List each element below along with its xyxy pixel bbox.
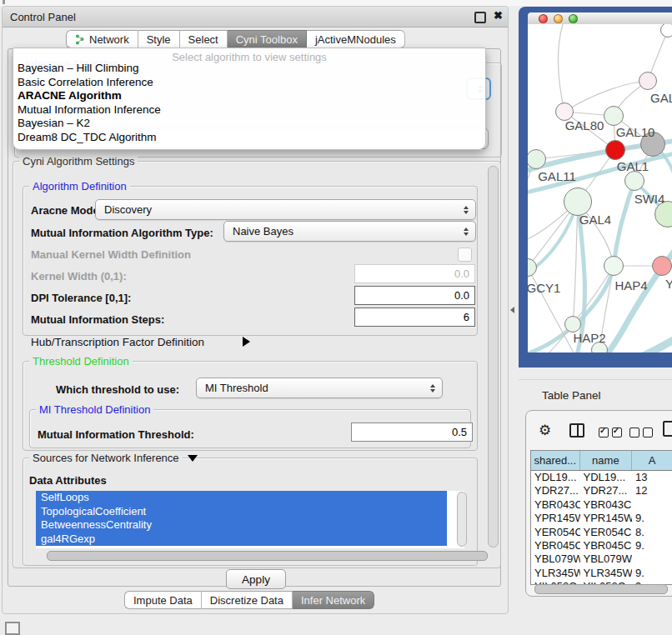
bottom-tab-label: Discretize Data (210, 594, 283, 607)
table-cell: YPR145W (531, 512, 580, 525)
zoom-traffic-light-icon[interactable] (569, 14, 578, 23)
mi-algorithm-type-combo[interactable]: Naive Bayes (223, 221, 476, 242)
tab-jactivemnodules[interactable]: jActiveMNodules (307, 30, 405, 48)
node-label-swi4: SWI4 (634, 192, 665, 206)
network-node-hap2[interactable] (564, 316, 581, 332)
network-node-gal10[interactable] (604, 106, 624, 126)
column-header-shared[interactable]: shared... (531, 451, 580, 470)
node-label-gcy1: GCY1 (528, 281, 560, 295)
table-row[interactable]: YDL19...YDL19...13 (531, 471, 672, 484)
settings-gear-icon[interactable]: ⚙ (539, 422, 551, 438)
attribute-item-selfloops[interactable]: SelfLoops (36, 491, 447, 505)
node-label-hap2: HAP2 (573, 331, 605, 345)
float-window-icon[interactable] (474, 12, 486, 23)
table-cell: YDL19... (580, 471, 633, 484)
tab-select[interactable]: Select (180, 30, 228, 48)
table-cell: 8. (632, 526, 672, 539)
aracne-mode-value: Discovery (104, 203, 152, 216)
aracne-mode-combo[interactable]: Discovery (95, 199, 476, 220)
combo-arrows-icon (430, 384, 435, 392)
table-row[interactable]: YBL079WYBL079W (531, 552, 672, 566)
network-window-titlebar[interactable] (528, 12, 672, 25)
settings-vertical-scrollbar[interactable] (488, 166, 499, 548)
algorithm-option-mutual-information-inference[interactable]: Mutual Information Inference (13, 103, 485, 118)
settings-horizontal-scrollbar[interactable] (47, 551, 488, 561)
algorithm-option-aracne-algorithm[interactable]: ARACNE Algorithm (13, 89, 485, 103)
algorithm-option-bayesian-hill-climbing[interactable]: Bayesian – Hill Climbing (13, 62, 485, 76)
algorithm-option-dream8-dc-tdc-algorithm[interactable]: Dream8 DC_TDC Algorithm (13, 131, 485, 145)
attribute-item-topologicalcoefficient[interactable]: TopologicalCoefficient (36, 505, 447, 519)
table-horizontal-scrollbar[interactable] (534, 584, 668, 594)
combo-arrows-icon (464, 206, 469, 214)
close-icon[interactable]: ✖ (494, 9, 503, 22)
mi-algorithm-type-value: Naive Bayes (233, 225, 293, 238)
cyni-algorithm-settings-title: Cyni Algorithm Settings (19, 155, 138, 168)
mi-steps-field[interactable] (354, 308, 475, 327)
network-canvas[interactable]: GAL7GAL80GAL10GAL1GAL11SWI4GAL4GCY1HAP4Y… (528, 24, 672, 352)
docked-panel-icon[interactable] (5, 622, 20, 635)
table-row[interactable]: YPR145WYPR145W9. (531, 512, 672, 525)
manual-kernel-width-checkbox[interactable] (458, 248, 472, 262)
column-header-name[interactable]: name (580, 451, 633, 470)
close-traffic-light-icon[interactable] (539, 14, 548, 23)
bottom-tab-infer-network[interactable]: Infer Network (293, 591, 374, 609)
bottom-tab-impute-data[interactable]: Impute Data (124, 591, 202, 609)
network-node-swi4[interactable] (624, 171, 644, 191)
tab-label: Style (147, 33, 171, 46)
collapse-arrow-icon[interactable] (188, 455, 198, 462)
export-table-icon[interactable] (663, 421, 672, 437)
apply-button[interactable]: Apply (226, 569, 286, 589)
dpi-tolerance-field[interactable] (354, 286, 475, 305)
data-attributes-list: SelfLoopsTopologicalCoefficientBetweenne… (36, 491, 464, 548)
network-icon (75, 34, 85, 45)
minimize-traffic-light-icon[interactable] (554, 14, 563, 23)
tab-label: Cyni Toolbox (236, 33, 298, 46)
combo-arrows-icon (464, 228, 469, 236)
tab-cyni-toolbox[interactable]: Cyni Toolbox (228, 30, 307, 48)
manual-kernel-width-label: Manual Kernel Width Definition (31, 248, 191, 261)
table-row[interactable]: YBR045CYBR045C9. (531, 539, 672, 552)
network-node[interactable] (660, 24, 672, 38)
network-node-y[interactable] (652, 256, 672, 276)
network-node-gal4[interactable] (564, 188, 592, 216)
node-label-gal4: GAL4 (579, 212, 611, 227)
column-header-a[interactable]: A (632, 451, 672, 470)
attribute-item-betweennesscentrality[interactable]: BetweennessCentrality (36, 518, 447, 532)
table-row[interactable]: YER054CYER054C8. (531, 526, 672, 539)
table-row[interactable]: YBR043CYBR043C (531, 498, 672, 512)
table-header-row: shared...nameA (531, 451, 672, 471)
table-cell (632, 498, 672, 512)
network-node-gal7[interactable] (639, 72, 657, 90)
table-cell: YBR045C (531, 539, 580, 552)
list-scrollbar[interactable] (457, 492, 467, 547)
algorithm-option-bayesian-k2[interactable]: Bayesian – K2 (13, 117, 485, 131)
bottom-tab-label: Impute Data (133, 594, 193, 607)
node-label-y: Y (665, 277, 672, 291)
table-row[interactable]: YLR345WYLR345W9. (531, 567, 672, 580)
algorithm-options-list: Bayesian – Hill ClimbingBasic Correlatio… (13, 62, 485, 145)
tab-style[interactable]: Style (138, 30, 180, 48)
algorithm-option-basic-correlation-inference[interactable]: Basic Correlation Inference (13, 76, 485, 90)
mi-threshold-field[interactable] (351, 422, 473, 442)
bottom-tab-discretize-data[interactable]: Discretize Data (202, 591, 293, 609)
network-node-hap4[interactable] (604, 256, 624, 276)
expand-arrow-icon[interactable] (243, 337, 250, 347)
network-node-gal1[interactable] (605, 140, 625, 160)
table-cell: YBR043C (531, 498, 580, 512)
attribute-item-gal4rgexp[interactable]: gal4RGexp (36, 532, 447, 547)
app-root: Control Panel ✖ NetworkStyleSelectCyni T… (0, 0, 672, 635)
tab-label: Network (89, 33, 129, 46)
panel-splitter-arrow[interactable] (510, 307, 514, 313)
node-label-hap4: HAP4 (614, 278, 647, 292)
select-all-icon[interactable] (599, 428, 622, 440)
deselect-all-icon[interactable] (629, 428, 653, 440)
kernel-width-field[interactable] (354, 264, 475, 283)
table-row[interactable]: YDR27...YDR27...12 (531, 484, 672, 498)
aracne-mode-label: Aracne Mode: (31, 204, 103, 217)
which-threshold-combo[interactable]: MI Threshold (196, 378, 443, 398)
column-layout-icon[interactable] (569, 423, 584, 438)
node-label-gal7: GAL7 (650, 91, 672, 105)
tab-label: jActiveMNodules (315, 33, 396, 46)
hub-definition-label: Hub/Transcription Factor Definition (31, 336, 204, 348)
tab-network[interactable]: Network (66, 30, 138, 48)
